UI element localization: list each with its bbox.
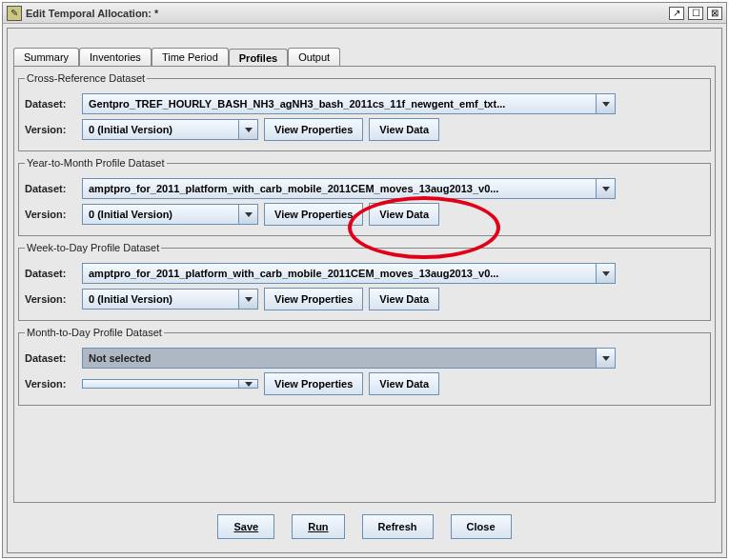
chevron-down-icon[interactable] bbox=[597, 348, 616, 369]
chevron-down-icon[interactable] bbox=[597, 178, 616, 199]
chevron-down-icon[interactable] bbox=[597, 263, 616, 284]
dataset-label: Dataset: bbox=[25, 268, 82, 279]
tab-inventories[interactable]: Inventories bbox=[79, 48, 152, 66]
maximize-icon[interactable]: ☐ bbox=[688, 7, 703, 20]
save-button[interactable]: Save bbox=[217, 514, 274, 539]
version-label: Version: bbox=[25, 209, 82, 220]
ytm-view-properties-button[interactable]: View Properties bbox=[264, 203, 363, 226]
xref-dataset-value: Gentpro_TREF_HOURLY_BASH_NH3_agNH3_bash_… bbox=[82, 93, 597, 114]
run-button[interactable]: Run bbox=[292, 514, 344, 539]
group-legend: Month-to-Day Profile Dataset bbox=[25, 327, 164, 338]
xref-version-value: 0 (Initial Version) bbox=[82, 119, 239, 140]
mtd-version-value bbox=[82, 379, 239, 389]
wtd-dataset-combo[interactable]: amptpro_for_2011_platform_with_carb_mobi… bbox=[82, 263, 616, 284]
mtd-view-properties-button[interactable]: View Properties bbox=[264, 372, 363, 395]
wtd-view-properties-button[interactable]: View Properties bbox=[264, 288, 363, 310]
wtd-view-data-button[interactable]: View Data bbox=[369, 288, 439, 310]
profiles-panel: Cross-Reference Dataset Dataset: Gentpro… bbox=[13, 66, 716, 503]
chevron-down-icon[interactable] bbox=[597, 93, 616, 114]
window-controls: ↗ ☐ ⊠ bbox=[669, 7, 722, 20]
dataset-label: Dataset: bbox=[25, 98, 82, 110]
version-label: Version: bbox=[25, 293, 82, 305]
mtd-version-combo[interactable] bbox=[82, 379, 258, 389]
dataset-label: Dataset: bbox=[25, 183, 82, 194]
xref-dataset-combo[interactable]: Gentpro_TREF_HOURLY_BASH_NH3_agNH3_bash_… bbox=[82, 93, 616, 114]
xref-version-combo[interactable]: 0 (Initial Version) bbox=[82, 119, 258, 140]
ytm-dataset-combo[interactable]: amptpro_for_2011_platform_with_carb_mobi… bbox=[82, 178, 616, 199]
titlebar: ✎ Edit Temporal Allocation: * ↗ ☐ ⊠ bbox=[3, 3, 726, 24]
tab-output[interactable]: Output bbox=[288, 48, 340, 66]
tab-summary[interactable]: Summary bbox=[13, 48, 79, 66]
xref-view-properties-button[interactable]: View Properties bbox=[264, 118, 363, 141]
group-cross-reference: Cross-Reference Dataset Dataset: Gentpro… bbox=[18, 72, 711, 151]
tab-time-period[interactable]: Time Period bbox=[152, 48, 229, 66]
close-icon[interactable]: ⊠ bbox=[707, 7, 722, 20]
mtd-view-data-button[interactable]: View Data bbox=[369, 372, 439, 395]
wtd-version-combo[interactable]: 0 (Initial Version) bbox=[82, 289, 258, 310]
group-legend: Week-to-Day Profile Dataset bbox=[25, 242, 161, 253]
client-area: Summary Inventories Time Period Profiles… bbox=[7, 28, 722, 553]
ytm-dataset-value: amptpro_for_2011_platform_with_carb_mobi… bbox=[82, 178, 597, 199]
mtd-dataset-value: Not selected bbox=[82, 348, 597, 369]
ytm-version-value: 0 (Initial Version) bbox=[82, 204, 239, 225]
version-label: Version: bbox=[25, 378, 82, 390]
group-year-to-month: Year-to-Month Profile Dataset Dataset: a… bbox=[18, 157, 711, 236]
ytm-view-data-button[interactable]: View Data bbox=[369, 203, 439, 226]
chevron-down-icon[interactable] bbox=[239, 379, 258, 389]
app-icon: ✎ bbox=[7, 6, 22, 21]
group-month-to-day: Month-to-Day Profile Dataset Dataset: No… bbox=[18, 327, 711, 406]
ytm-version-combo[interactable]: 0 (Initial Version) bbox=[82, 204, 258, 225]
wtd-version-value: 0 (Initial Version) bbox=[82, 289, 239, 310]
mtd-dataset-combo[interactable]: Not selected bbox=[82, 348, 616, 369]
chevron-down-icon[interactable] bbox=[239, 204, 258, 225]
edit-temporal-allocation-window: ✎ Edit Temporal Allocation: * ↗ ☐ ⊠ Summ… bbox=[2, 2, 727, 558]
window-title: Edit Temporal Allocation: * bbox=[26, 8, 669, 19]
group-legend: Year-to-Month Profile Dataset bbox=[25, 157, 167, 169]
close-button[interactable]: Close bbox=[451, 514, 512, 539]
chevron-down-icon[interactable] bbox=[239, 119, 258, 140]
dataset-label: Dataset: bbox=[25, 352, 82, 364]
version-label: Version: bbox=[25, 124, 82, 135]
group-legend: Cross-Reference Dataset bbox=[25, 72, 147, 84]
xref-view-data-button[interactable]: View Data bbox=[369, 118, 439, 141]
bottom-button-bar: Save Run Refresh Close bbox=[13, 503, 716, 547]
group-week-to-day: Week-to-Day Profile Dataset Dataset: amp… bbox=[18, 242, 711, 321]
chevron-down-icon[interactable] bbox=[239, 289, 258, 310]
tab-row: Summary Inventories Time Period Profiles… bbox=[13, 48, 716, 66]
wtd-dataset-value: amptpro_for_2011_platform_with_carb_mobi… bbox=[82, 263, 597, 284]
refresh-button[interactable]: Refresh bbox=[362, 514, 434, 539]
detach-icon[interactable]: ↗ bbox=[669, 7, 684, 20]
tab-profiles[interactable]: Profiles bbox=[229, 49, 288, 67]
